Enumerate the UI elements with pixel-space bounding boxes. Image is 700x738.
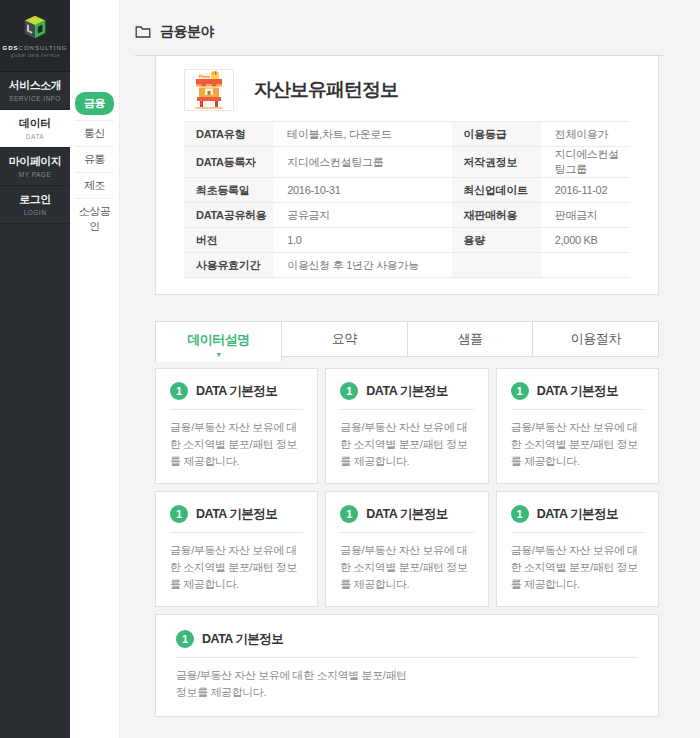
sidebar-item-label: 마이페이지 bbox=[2, 154, 68, 169]
sidebar-item-label: 서비스소개 bbox=[2, 78, 68, 93]
sidebar-item-label: 데이터 bbox=[2, 116, 68, 131]
tab-label: 데이터설명 bbox=[187, 331, 250, 349]
card-header: 1DATA 기본정보 bbox=[511, 505, 644, 523]
info-row: 사용유효기간이용신청 후 1년간 사용가능 bbox=[184, 253, 630, 278]
info-value: 판매금지 bbox=[541, 203, 630, 228]
tab-data-description[interactable]: 데이터설명▼ bbox=[155, 321, 282, 362]
info-label: 용량 bbox=[452, 228, 541, 253]
info-value: 지디에스컨설팅그룹 bbox=[541, 147, 630, 178]
info-label: 재판매허용 bbox=[452, 203, 541, 228]
info-row: DATA유형테이블,차트, 다운로드이용등급전체이용가 bbox=[184, 122, 630, 147]
tab-sample[interactable]: 샘플 bbox=[408, 321, 534, 357]
card-description: 금융/부동산 자산 보유에 대한 소지역별 분포/패턴 정보를 제공합니다. bbox=[511, 542, 644, 593]
info-label: 최신업데이트 bbox=[452, 178, 541, 203]
info-value: 2016-11-02 bbox=[541, 178, 630, 203]
info-row: 버전1.0용량2,000 KB bbox=[184, 228, 630, 253]
category-telecom[interactable]: 통신 bbox=[75, 120, 114, 146]
card-description: 금융/부동산 자산 보유에 대한 소지역별 분포/패턴 정보를 제공합니다. bbox=[340, 419, 473, 470]
dataset-thumbnail: Pizza bbox=[184, 69, 234, 111]
card-description: 금융/부동산 자산 보유에 대한 소지역별 분포/패턴 정보를 제공합니다. bbox=[176, 667, 416, 701]
sidebar-item-my-page[interactable]: 마이페이지MY PAGE bbox=[0, 148, 70, 186]
info-value: 2,000 KB bbox=[541, 228, 630, 253]
caret-down-icon: ▼ bbox=[215, 352, 221, 358]
feature-cards: 1DATA 기본정보금융/부동산 자산 보유에 대한 소지역별 분포/패턴 정보… bbox=[155, 368, 659, 717]
tab-summary[interactable]: 요약 bbox=[282, 321, 408, 357]
info-label: 저작권정보 bbox=[452, 147, 541, 178]
info-label: DATA유형 bbox=[184, 122, 273, 147]
info-value: 전체이용가 bbox=[541, 122, 630, 147]
card-title: DATA 기본정보 bbox=[366, 506, 447, 523]
number-badge: 1 bbox=[340, 505, 358, 523]
sidebar-item-sublabel: MY PAGE bbox=[2, 171, 68, 178]
card-title: DATA 기본정보 bbox=[196, 506, 277, 523]
card-header: 1DATA 기본정보 bbox=[176, 630, 638, 648]
number-badge: 1 bbox=[176, 630, 194, 648]
sidebar-item-data[interactable]: 데이터DATA bbox=[0, 110, 70, 148]
dataset-info-table: DATA유형테이블,차트, 다운로드이용등급전체이용가DATA등록자지디에스컨설… bbox=[184, 121, 630, 278]
info-label: DATA등록자 bbox=[184, 147, 273, 178]
category-small-business[interactable]: 소상공인 bbox=[75, 198, 114, 239]
tab-label: 요약 bbox=[332, 330, 357, 348]
category-distribution[interactable]: 유통 bbox=[75, 146, 114, 172]
category-manufacturing[interactable]: 제조 bbox=[75, 172, 114, 198]
card-title: DATA 기본정보 bbox=[537, 506, 618, 523]
sidebar-item-sublabel: DATA bbox=[2, 133, 68, 140]
sidebar-item-label: 로그인 bbox=[2, 192, 68, 207]
dataset-header: Pizza 자산보유패턴정보 bbox=[184, 69, 630, 111]
dataset-title: 자산보유패턴정보 bbox=[254, 77, 398, 103]
card-description: 금융/부동산 자산 보유에 대한 소지역별 분포/패턴 정보를 제공합니다. bbox=[340, 542, 473, 593]
brand-name: GDSCONSULTING bbox=[3, 45, 68, 51]
svg-text:Pizza: Pizza bbox=[199, 74, 211, 79]
main-content: 금융분야 Pizza bbox=[120, 0, 700, 738]
info-value: 지디에스컨설팅그룹 bbox=[273, 147, 451, 178]
brand-tagline: global data service bbox=[10, 52, 59, 58]
info-label: DATA공유허용 bbox=[184, 203, 273, 228]
info-row: 최초등록일2016-10-31최신업데이트2016-11-02 bbox=[184, 178, 630, 203]
info-value: 테이블,차트, 다운로드 bbox=[273, 122, 451, 147]
info-label: 버전 bbox=[184, 228, 273, 253]
category-finance[interactable]: 금융 bbox=[75, 92, 114, 115]
data-info-card: 1DATA 기본정보금융/부동산 자산 보유에 대한 소지역별 분포/패턴 정보… bbox=[325, 368, 488, 484]
card-header: 1DATA 기본정보 bbox=[511, 382, 644, 400]
card-description: 금융/부동산 자산 보유에 대한 소지역별 분포/패턴 정보를 제공합니다. bbox=[170, 542, 303, 593]
cube-logo-icon bbox=[18, 13, 52, 41]
info-row: DATA공유허용공유금지재판매허용판매금지 bbox=[184, 203, 630, 228]
tab-label: 이용절차 bbox=[571, 330, 621, 348]
info-label: 최초등록일 bbox=[184, 178, 273, 203]
breadcrumb: 금융분야 bbox=[135, 0, 663, 56]
data-info-card: 1DATA 기본정보금융/부동산 자산 보유에 대한 소지역별 분포/패턴 정보… bbox=[155, 491, 318, 607]
card-description: 금융/부동산 자산 보유에 대한 소지역별 분포/패턴 정보를 제공합니다. bbox=[170, 419, 303, 470]
card-header: 1DATA 기본정보 bbox=[340, 505, 473, 523]
tab-label: 샘플 bbox=[457, 330, 482, 348]
info-label bbox=[452, 253, 541, 278]
category-nav: 금융통신유통제조소상공인 bbox=[70, 0, 120, 738]
data-info-card: 1DATA 기본정보금융/부동산 자산 보유에 대한 소지역별 분포/패턴 정보… bbox=[325, 491, 488, 607]
tab-usage-procedure[interactable]: 이용절차 bbox=[533, 321, 659, 357]
sidebar-item-sublabel: LOGIN bbox=[2, 209, 68, 216]
card-header: 1DATA 기본정보 bbox=[340, 382, 473, 400]
sidebar-menu: 서비스소개SERVICE INFO데이터DATA마이페이지MY PAGE로그인L… bbox=[0, 72, 70, 224]
folder-icon bbox=[135, 25, 151, 38]
card-divider bbox=[170, 409, 303, 410]
info-value: 이용신청 후 1년간 사용가능 bbox=[273, 253, 451, 278]
card-title: DATA 기본정보 bbox=[366, 383, 447, 400]
number-badge: 1 bbox=[170, 505, 188, 523]
sidebar-item-login[interactable]: 로그인LOGIN bbox=[0, 186, 70, 224]
tab-bar: 데이터설명▼요약샘플이용절차 bbox=[155, 321, 659, 362]
info-value bbox=[541, 253, 630, 278]
card-title: DATA 기본정보 bbox=[537, 383, 618, 400]
number-badge: 1 bbox=[170, 382, 188, 400]
info-label: 이용등급 bbox=[452, 122, 541, 147]
info-value: 2016-10-31 bbox=[273, 178, 451, 203]
card-description: 금융/부동산 자산 보유에 대한 소지역별 분포/패턴 정보를 제공합니다. bbox=[511, 419, 644, 470]
card-header: 1DATA 기본정보 bbox=[170, 505, 303, 523]
card-divider bbox=[340, 409, 473, 410]
card-title: DATA 기본정보 bbox=[202, 631, 283, 648]
sidebar-item-service-info[interactable]: 서비스소개SERVICE INFO bbox=[0, 72, 70, 110]
number-badge: 1 bbox=[511, 505, 529, 523]
app-logo: GDSCONSULTING global data service bbox=[0, 0, 70, 72]
card-header: 1DATA 기본정보 bbox=[170, 382, 303, 400]
card-divider bbox=[511, 409, 644, 410]
card-divider bbox=[340, 532, 473, 533]
card-divider bbox=[170, 532, 303, 533]
